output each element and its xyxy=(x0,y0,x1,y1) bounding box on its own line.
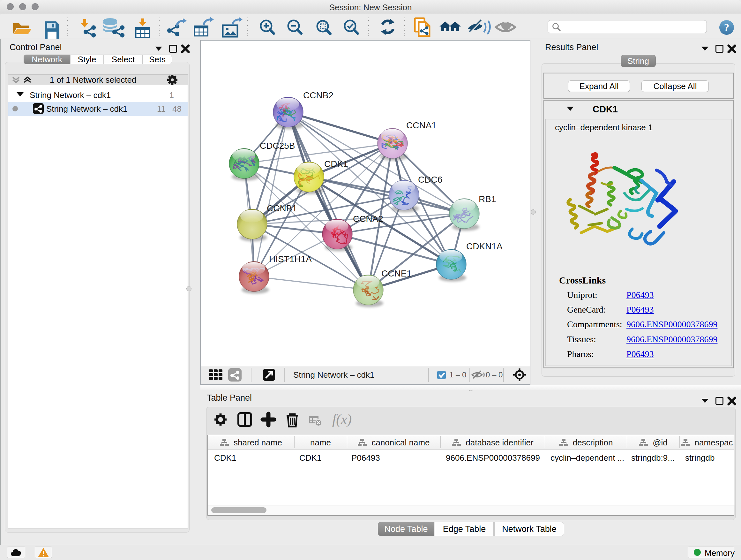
svg-text:CCNA1: CCNA1 xyxy=(406,120,436,130)
svg-text:RB1: RB1 xyxy=(479,194,496,204)
svg-text:f(x): f(x) xyxy=(332,412,352,427)
svg-text:HIST1H1A: HIST1H1A xyxy=(269,254,312,264)
svg-text:CDC25B: CDC25B xyxy=(260,141,295,151)
svg-text:CCNA2: CCNA2 xyxy=(353,214,383,224)
svg-text:1 – 0: 1 – 0 xyxy=(449,370,466,379)
svg-text:CCNE1: CCNE1 xyxy=(381,268,412,278)
svg-text:String Network – cdk1: String Network – cdk1 xyxy=(293,370,374,380)
svg-text:CDC6: CDC6 xyxy=(418,175,442,185)
svg-text:CCNB1: CCNB1 xyxy=(267,203,297,213)
svg-text:CCNB2: CCNB2 xyxy=(303,90,333,100)
svg-text:CDK1: CDK1 xyxy=(324,159,348,169)
svg-text:0 – 0: 0 – 0 xyxy=(486,370,502,379)
svg-text:CDKN1A: CDKN1A xyxy=(466,241,502,251)
